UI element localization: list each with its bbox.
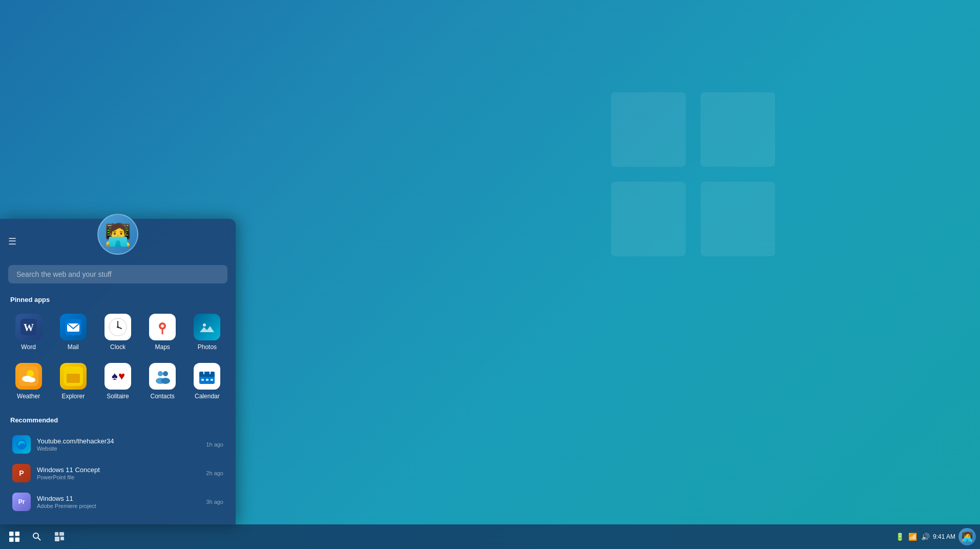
contacts-label: Contacts [151, 393, 175, 400]
recommended-title: Recommended [0, 412, 236, 430]
calendar-icon [194, 363, 220, 390]
svg-point-32 [161, 378, 170, 384]
svg-rect-41 [211, 379, 213, 381]
explorer-icon [60, 363, 87, 390]
svg-rect-2 [611, 182, 685, 256]
solitaire-icon: ♠ ♥ [105, 363, 131, 390]
rec-info-youtube: Youtube.com/thehacker34 Website [37, 437, 200, 452]
rec-type-youtube: Website [37, 445, 200, 452]
photos-icon [194, 314, 220, 340]
photos-label: Photos [198, 343, 217, 351]
taskbar-system-icons: 🔋 📶 🔊 [895, 533, 930, 541]
svg-point-22 [27, 377, 35, 382]
maps-icon [149, 314, 176, 340]
explorer-label: Explorer [61, 393, 85, 400]
app-weather[interactable]: Weather [8, 359, 49, 404]
edge-icon [12, 435, 31, 454]
mail-label: Mail [68, 343, 79, 351]
app-calendar[interactable]: Calendar [187, 359, 227, 404]
svg-point-30 [163, 371, 168, 376]
calendar-label: Calendar [195, 393, 220, 400]
svg-rect-17 [199, 319, 215, 335]
weather-icon [15, 363, 42, 390]
powerpoint-icon: P [12, 464, 31, 482]
recommended-list: Youtube.com/thehacker34 Website 1h ago P… [0, 430, 236, 516]
taskbar-right: 🔋 📶 🔊 9:41 AM 🧑‍💻 [895, 528, 976, 545]
rec-time-win11: 3h ago [206, 499, 223, 505]
svg-point-47 [33, 533, 38, 538]
pinned-apps-title: Pinned apps [0, 292, 236, 310]
svg-text:W: W [24, 322, 34, 333]
svg-rect-44 [15, 532, 20, 536]
premiere-icon: Pr [12, 493, 31, 511]
desktop: ☰ 🧑‍💻 Pinned apps W Word Mail [0, 0, 980, 549]
svg-point-18 [203, 323, 206, 327]
rec-name-win11: Windows 11 [37, 495, 200, 502]
clock-label: Clock [110, 343, 126, 351]
app-maps[interactable]: Maps [142, 310, 183, 355]
svg-rect-52 [60, 537, 64, 540]
weather-label: Weather [17, 393, 40, 400]
app-word[interactable]: W Word [8, 310, 49, 355]
start-button[interactable] [4, 526, 25, 547]
solitaire-label: Solitaire [107, 393, 129, 400]
app-solitaire[interactable]: ♠ ♥ Solitaire [97, 359, 138, 404]
rec-info-win11: Windows 11 Adobe Premiere project [37, 495, 200, 509]
svg-rect-36 [199, 375, 215, 377]
app-clock[interactable]: Clock [97, 310, 138, 355]
svg-rect-51 [55, 537, 59, 541]
svg-rect-0 [611, 92, 685, 167]
taskbar: 🔋 📶 🔊 9:41 AM 🧑‍💻 [0, 524, 980, 549]
rec-time-youtube: 1h ago [206, 441, 223, 448]
taskbar-task-view-button[interactable] [49, 526, 70, 547]
svg-rect-39 [201, 379, 204, 381]
mail-icon [60, 314, 87, 340]
rec-info-win11concept: Windows 11 Concept PowerPoint file [37, 466, 200, 480]
pinned-apps-grid: W Word Mail [0, 310, 236, 412]
taskbar-search-button[interactable] [27, 526, 47, 547]
svg-rect-40 [206, 379, 208, 381]
app-contacts[interactable]: Contacts [142, 359, 183, 404]
svg-point-12 [117, 326, 119, 328]
taskbar-left [4, 526, 70, 547]
svg-text:♥: ♥ [118, 370, 125, 382]
user-avatar-area: ☰ 🧑‍💻 [0, 219, 236, 275]
svg-rect-1 [701, 92, 775, 167]
app-explorer[interactable]: Explorer [53, 359, 93, 404]
svg-rect-3 [701, 182, 775, 256]
svg-text:♠: ♠ [112, 370, 118, 382]
svg-line-48 [38, 538, 40, 540]
volume-icon: 🔊 [921, 533, 930, 541]
svg-rect-45 [9, 538, 14, 542]
svg-rect-50 [59, 532, 64, 536]
start-menu: ☰ 🧑‍💻 Pinned apps W Word Mail [0, 219, 236, 524]
rec-name-win11concept: Windows 11 Concept [37, 466, 200, 474]
rec-name-youtube: Youtube.com/thehacker34 [37, 437, 200, 445]
svg-rect-43 [9, 532, 14, 536]
word-icon: W [15, 314, 42, 340]
svg-point-29 [158, 371, 163, 376]
rec-type-win11concept: PowerPoint file [37, 474, 200, 480]
taskbar-clock[interactable]: 9:41 AM [933, 533, 955, 541]
app-photos[interactable]: Photos [187, 310, 227, 355]
rec-type-win11: Adobe Premiere project [37, 503, 200, 509]
rec-item-youtube[interactable]: Youtube.com/thehacker34 Website 1h ago [8, 430, 227, 459]
wifi-icon: 📶 [908, 533, 917, 541]
svg-rect-49 [55, 532, 58, 536]
rec-item-win11[interactable]: Pr Windows 11 Adobe Premiere project 3h … [8, 487, 227, 516]
taskbar-avatar[interactable]: 🧑‍💻 [958, 528, 976, 545]
svg-point-15 [161, 324, 164, 328]
svg-rect-46 [15, 538, 20, 542]
word-label: Word [21, 343, 35, 351]
contacts-icon [149, 363, 176, 390]
rec-time-win11concept: 2h ago [206, 470, 223, 476]
battery-icon: 🔋 [895, 533, 904, 541]
windows-logo [611, 92, 775, 256]
maps-label: Maps [155, 343, 170, 351]
clock-icon [105, 314, 131, 340]
svg-rect-24 [67, 374, 80, 383]
user-avatar-large[interactable]: 🧑‍💻 [97, 214, 138, 255]
app-mail[interactable]: Mail [53, 310, 93, 355]
hamburger-button[interactable]: ☰ [8, 236, 16, 247]
rec-item-win11concept[interactable]: P Windows 11 Concept PowerPoint file 2h … [8, 459, 227, 487]
